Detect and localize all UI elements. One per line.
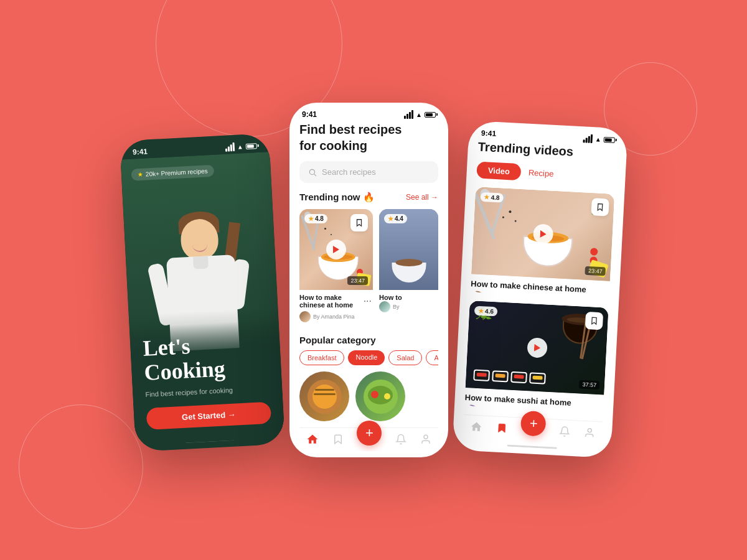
- signal-icon-2: [404, 110, 413, 119]
- battery-icon-3: [604, 137, 615, 143]
- phone-home: 9:41 ▲ Find best recipesfor cooking: [289, 103, 448, 457]
- cat-tag-salad[interactable]: Salad: [388, 350, 422, 365]
- video-title-1: How to make chinese at home: [471, 279, 609, 296]
- svg-point-0: [309, 169, 314, 174]
- video-title-2: How to make sushi at home: [464, 393, 603, 409]
- duration-v2: 37:57: [579, 380, 599, 390]
- more-btn-1[interactable]: ···: [362, 296, 373, 307]
- page-title-block: Find best recipesfor cooking: [299, 121, 438, 154]
- status-icons-1: ▲: [225, 141, 258, 152]
- bookmark-icon-1: [355, 218, 363, 227]
- phone-videos: 9:41 ▲ Trending videos Video Recipe: [452, 121, 627, 459]
- nav-bell-3[interactable]: [559, 424, 571, 437]
- recipe-info-2: How to By: [379, 290, 438, 316]
- status-icons-2: ▲: [404, 110, 436, 119]
- nav-home-3[interactable]: [470, 420, 483, 433]
- phone1-bottom: Let'sCooking Find best recipes for cooki…: [129, 319, 285, 445]
- rating-badge-v1: ★ 4.8: [480, 192, 504, 203]
- get-started-button[interactable]: Get Started →: [146, 402, 272, 430]
- phones-container: 9:41 ▲ ★ 20k+: [128, 103, 619, 457]
- home-icon-2: [306, 433, 319, 446]
- see-all-button[interactable]: See all →: [406, 193, 438, 202]
- category-items: [299, 371, 438, 421]
- phone1-content: ★ 20k+ Premium recipes: [121, 152, 285, 446]
- play-icon-v2: [533, 343, 540, 352]
- play-icon-v1: [540, 230, 547, 238]
- phone-welcome: 9:41 ▲ ★ 20k+: [120, 133, 285, 452]
- premium-badge: ★ 20k+ Premium recipes: [131, 165, 214, 181]
- battery-icon-1: [246, 143, 257, 149]
- wifi-icon-1: ▲: [237, 143, 243, 151]
- time-1: 9:41: [133, 147, 148, 156]
- cat-item-noodle[interactable]: [299, 371, 349, 421]
- bell-icon-2: [395, 433, 406, 446]
- nav-bookmark-2[interactable]: [332, 433, 344, 446]
- recipe-title-row-1: How to make chinese at home ···: [299, 294, 373, 309]
- author-avatar-1: [299, 311, 311, 322]
- bookmark-icon-v1: [596, 203, 604, 212]
- signal-icon-1: [225, 142, 235, 152]
- duration-1: 23:47: [347, 276, 368, 285]
- nav-profile-3[interactable]: [584, 426, 596, 439]
- bookmark-icon-v2: [590, 316, 598, 325]
- author-avatar-2: [379, 301, 390, 312]
- cat-tag-noodle[interactable]: Noodle: [348, 350, 385, 365]
- tab-recipe[interactable]: Recipe: [529, 168, 554, 179]
- status-icons-3: ▲: [583, 134, 616, 144]
- rating-badge-2: ★ 4.4: [384, 214, 407, 223]
- nav-home-2[interactable]: [306, 433, 319, 446]
- bottom-nav-2: +: [299, 427, 438, 451]
- nav-bookmark-3[interactable]: [496, 421, 507, 434]
- author-name-1: By Amanda Pina: [313, 314, 355, 320]
- video-more-btn-1[interactable]: ···: [598, 299, 609, 299]
- tab-video[interactable]: Video: [476, 161, 521, 180]
- status-bar-2: 9:41 ▲: [289, 103, 448, 121]
- video-more-btn-2[interactable]: ···: [591, 412, 603, 413]
- svg-marker-2: [333, 246, 339, 253]
- popular-category-title: Popular category: [299, 335, 438, 345]
- video-author-1: By Amanda Pina: [471, 291, 533, 299]
- nav-bell-2[interactable]: [395, 433, 406, 446]
- phone1-subtitle: Find best recipes for cooking: [145, 385, 270, 398]
- video-card-2: 🌿 🌿: [464, 301, 609, 413]
- svg-line-1: [314, 174, 316, 175]
- add-button-2[interactable]: +: [357, 421, 382, 446]
- duration-v1: 23:47: [585, 266, 606, 276]
- main-title: Let'sCooking: [143, 330, 270, 386]
- recipe-name-2: How to: [379, 294, 438, 301]
- play-btn-1[interactable]: [326, 240, 346, 259]
- cat-item-salad[interactable]: [355, 371, 405, 421]
- time-3: 9:41: [481, 129, 497, 138]
- trending-title: Trending now 🔥: [299, 192, 375, 203]
- wifi-icon-2: ▲: [416, 111, 422, 118]
- bookmark-btn-v1[interactable]: [591, 198, 609, 216]
- bookmark-btn-1[interactable]: [350, 214, 368, 231]
- star-icon: ★: [138, 171, 144, 178]
- bookmark-nav-icon-2: [332, 433, 344, 446]
- phone2-content: Find best recipesfor cooking Search reci…: [289, 121, 448, 451]
- trending-cards: 🌿 ★ 4.8: [299, 209, 438, 326]
- rating-badge-1: ★ 4.8: [304, 214, 327, 223]
- bookmark-btn-v2[interactable]: [585, 312, 603, 330]
- cat-tag-appetizer[interactable]: Appetizer: [426, 350, 438, 365]
- profile-icon-3: [584, 426, 596, 439]
- author-name-2: By: [393, 304, 400, 310]
- cat-tag-breakfast[interactable]: Breakfast: [299, 350, 344, 365]
- video-card-1: 🌿 ★ 4.8: [471, 187, 615, 299]
- recipe-card-img-2: ★ 4.4: [379, 209, 438, 290]
- search-icon: [308, 168, 317, 177]
- home-icon-3: [470, 420, 483, 433]
- bg-circle-2: [19, 404, 143, 529]
- search-bar[interactable]: Search recipes: [299, 161, 438, 183]
- author-row-2: By: [379, 301, 438, 312]
- play-icon-1: [333, 246, 339, 253]
- search-placeholder: Search recipes: [322, 167, 376, 177]
- add-button-3[interactable]: +: [520, 410, 547, 436]
- time-2: 9:41: [302, 110, 317, 119]
- nav-profile-2[interactable]: [420, 433, 431, 446]
- recipe-card-1: 🌿 ★ 4.8: [299, 209, 373, 326]
- video-tabs: Video Recipe: [476, 161, 616, 185]
- profile-icon-2: [420, 433, 431, 446]
- bookmark-nav-icon-3: [496, 421, 507, 434]
- recipe-name-1: How to make chinese at home: [299, 294, 362, 309]
